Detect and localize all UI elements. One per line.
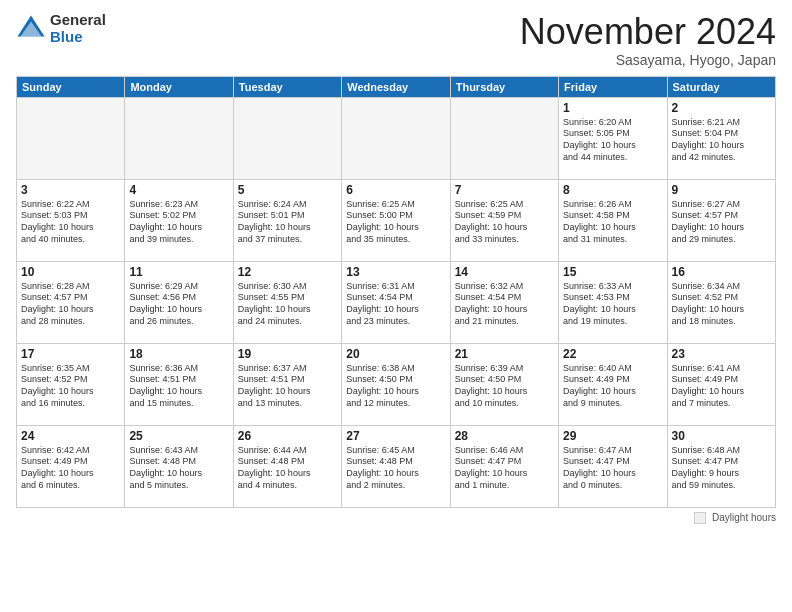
day-info: Sunrise: 6:22 AM Sunset: 5:03 PM Dayligh… — [21, 199, 120, 246]
weekday-friday: Friday — [559, 76, 667, 97]
day-info: Sunrise: 6:29 AM Sunset: 4:56 PM Dayligh… — [129, 281, 228, 328]
day-number: 25 — [129, 429, 228, 443]
weekday-thursday: Thursday — [450, 76, 558, 97]
legend-label: Daylight hours — [712, 512, 776, 523]
day-cell-2-2: 12Sunrise: 6:30 AM Sunset: 4:55 PM Dayli… — [233, 261, 341, 343]
day-info: Sunrise: 6:31 AM Sunset: 4:54 PM Dayligh… — [346, 281, 445, 328]
day-number: 30 — [672, 429, 771, 443]
day-number: 26 — [238, 429, 337, 443]
logo-text: General Blue — [50, 12, 106, 45]
day-number: 23 — [672, 347, 771, 361]
day-number: 2 — [672, 101, 771, 115]
day-number: 16 — [672, 265, 771, 279]
day-info: Sunrise: 6:33 AM Sunset: 4:53 PM Dayligh… — [563, 281, 662, 328]
day-info: Sunrise: 6:40 AM Sunset: 4:49 PM Dayligh… — [563, 363, 662, 410]
day-number: 17 — [21, 347, 120, 361]
day-number: 27 — [346, 429, 445, 443]
day-number: 28 — [455, 429, 554, 443]
day-info: Sunrise: 6:43 AM Sunset: 4:48 PM Dayligh… — [129, 445, 228, 492]
day-number: 20 — [346, 347, 445, 361]
day-number: 8 — [563, 183, 662, 197]
day-number: 9 — [672, 183, 771, 197]
day-cell-0-0 — [17, 97, 125, 179]
day-number: 10 — [21, 265, 120, 279]
day-cell-0-5: 1Sunrise: 6:20 AM Sunset: 5:05 PM Daylig… — [559, 97, 667, 179]
title-block: November 2024 Sasayama, Hyogo, Japan — [520, 12, 776, 68]
day-cell-2-4: 14Sunrise: 6:32 AM Sunset: 4:54 PM Dayli… — [450, 261, 558, 343]
title-location: Sasayama, Hyogo, Japan — [520, 52, 776, 68]
day-cell-3-2: 19Sunrise: 6:37 AM Sunset: 4:51 PM Dayli… — [233, 343, 341, 425]
day-cell-0-1 — [125, 97, 233, 179]
day-cell-3-6: 23Sunrise: 6:41 AM Sunset: 4:49 PM Dayli… — [667, 343, 775, 425]
day-info: Sunrise: 6:37 AM Sunset: 4:51 PM Dayligh… — [238, 363, 337, 410]
day-number: 19 — [238, 347, 337, 361]
day-number: 5 — [238, 183, 337, 197]
title-month: November 2024 — [520, 12, 776, 52]
day-number: 24 — [21, 429, 120, 443]
day-number: 7 — [455, 183, 554, 197]
day-info: Sunrise: 6:47 AM Sunset: 4:47 PM Dayligh… — [563, 445, 662, 492]
day-info: Sunrise: 6:32 AM Sunset: 4:54 PM Dayligh… — [455, 281, 554, 328]
day-info: Sunrise: 6:21 AM Sunset: 5:04 PM Dayligh… — [672, 117, 771, 164]
day-cell-1-4: 7Sunrise: 6:25 AM Sunset: 4:59 PM Daylig… — [450, 179, 558, 261]
day-cell-2-5: 15Sunrise: 6:33 AM Sunset: 4:53 PM Dayli… — [559, 261, 667, 343]
day-number: 15 — [563, 265, 662, 279]
day-info: Sunrise: 6:46 AM Sunset: 4:47 PM Dayligh… — [455, 445, 554, 492]
logo: General Blue — [16, 12, 106, 45]
day-info: Sunrise: 6:35 AM Sunset: 4:52 PM Dayligh… — [21, 363, 120, 410]
day-info: Sunrise: 6:36 AM Sunset: 4:51 PM Dayligh… — [129, 363, 228, 410]
day-number: 13 — [346, 265, 445, 279]
day-cell-3-1: 18Sunrise: 6:36 AM Sunset: 4:51 PM Dayli… — [125, 343, 233, 425]
day-number: 22 — [563, 347, 662, 361]
day-number: 4 — [129, 183, 228, 197]
day-info: Sunrise: 6:26 AM Sunset: 4:58 PM Dayligh… — [563, 199, 662, 246]
day-cell-1-0: 3Sunrise: 6:22 AM Sunset: 5:03 PM Daylig… — [17, 179, 125, 261]
day-info: Sunrise: 6:41 AM Sunset: 4:49 PM Dayligh… — [672, 363, 771, 410]
day-info: Sunrise: 6:39 AM Sunset: 4:50 PM Dayligh… — [455, 363, 554, 410]
day-info: Sunrise: 6:23 AM Sunset: 5:02 PM Dayligh… — [129, 199, 228, 246]
legend: Daylight hours — [16, 512, 776, 524]
day-info: Sunrise: 6:24 AM Sunset: 5:01 PM Dayligh… — [238, 199, 337, 246]
day-cell-1-1: 4Sunrise: 6:23 AM Sunset: 5:02 PM Daylig… — [125, 179, 233, 261]
week-row-4: 17Sunrise: 6:35 AM Sunset: 4:52 PM Dayli… — [17, 343, 776, 425]
day-info: Sunrise: 6:25 AM Sunset: 5:00 PM Dayligh… — [346, 199, 445, 246]
day-cell-1-5: 8Sunrise: 6:26 AM Sunset: 4:58 PM Daylig… — [559, 179, 667, 261]
day-cell-2-1: 11Sunrise: 6:29 AM Sunset: 4:56 PM Dayli… — [125, 261, 233, 343]
day-cell-0-2 — [233, 97, 341, 179]
day-cell-2-6: 16Sunrise: 6:34 AM Sunset: 4:52 PM Dayli… — [667, 261, 775, 343]
header: General Blue November 2024 Sasayama, Hyo… — [16, 12, 776, 68]
logo-general: General — [50, 12, 106, 29]
day-number: 14 — [455, 265, 554, 279]
day-info: Sunrise: 6:28 AM Sunset: 4:57 PM Dayligh… — [21, 281, 120, 328]
day-cell-1-2: 5Sunrise: 6:24 AM Sunset: 5:01 PM Daylig… — [233, 179, 341, 261]
day-cell-3-0: 17Sunrise: 6:35 AM Sunset: 4:52 PM Dayli… — [17, 343, 125, 425]
day-cell-1-6: 9Sunrise: 6:27 AM Sunset: 4:57 PM Daylig… — [667, 179, 775, 261]
day-info: Sunrise: 6:30 AM Sunset: 4:55 PM Dayligh… — [238, 281, 337, 328]
day-cell-2-3: 13Sunrise: 6:31 AM Sunset: 4:54 PM Dayli… — [342, 261, 450, 343]
day-number: 18 — [129, 347, 228, 361]
day-info: Sunrise: 6:44 AM Sunset: 4:48 PM Dayligh… — [238, 445, 337, 492]
day-cell-4-4: 28Sunrise: 6:46 AM Sunset: 4:47 PM Dayli… — [450, 425, 558, 507]
day-info: Sunrise: 6:34 AM Sunset: 4:52 PM Dayligh… — [672, 281, 771, 328]
legend-box — [694, 512, 706, 524]
day-cell-3-5: 22Sunrise: 6:40 AM Sunset: 4:49 PM Dayli… — [559, 343, 667, 425]
week-row-3: 10Sunrise: 6:28 AM Sunset: 4:57 PM Dayli… — [17, 261, 776, 343]
day-cell-4-0: 24Sunrise: 6:42 AM Sunset: 4:49 PM Dayli… — [17, 425, 125, 507]
day-number: 29 — [563, 429, 662, 443]
day-info: Sunrise: 6:27 AM Sunset: 4:57 PM Dayligh… — [672, 199, 771, 246]
weekday-monday: Monday — [125, 76, 233, 97]
logo-icon — [16, 14, 46, 44]
day-cell-3-4: 21Sunrise: 6:39 AM Sunset: 4:50 PM Dayli… — [450, 343, 558, 425]
calendar: SundayMondayTuesdayWednesdayThursdayFrid… — [16, 76, 776, 508]
day-cell-3-3: 20Sunrise: 6:38 AM Sunset: 4:50 PM Dayli… — [342, 343, 450, 425]
day-info: Sunrise: 6:45 AM Sunset: 4:48 PM Dayligh… — [346, 445, 445, 492]
week-row-2: 3Sunrise: 6:22 AM Sunset: 5:03 PM Daylig… — [17, 179, 776, 261]
day-number: 1 — [563, 101, 662, 115]
day-info: Sunrise: 6:42 AM Sunset: 4:49 PM Dayligh… — [21, 445, 120, 492]
day-cell-4-1: 25Sunrise: 6:43 AM Sunset: 4:48 PM Dayli… — [125, 425, 233, 507]
weekday-saturday: Saturday — [667, 76, 775, 97]
day-cell-4-2: 26Sunrise: 6:44 AM Sunset: 4:48 PM Dayli… — [233, 425, 341, 507]
weekday-tuesday: Tuesday — [233, 76, 341, 97]
day-cell-1-3: 6Sunrise: 6:25 AM Sunset: 5:00 PM Daylig… — [342, 179, 450, 261]
day-number: 11 — [129, 265, 228, 279]
